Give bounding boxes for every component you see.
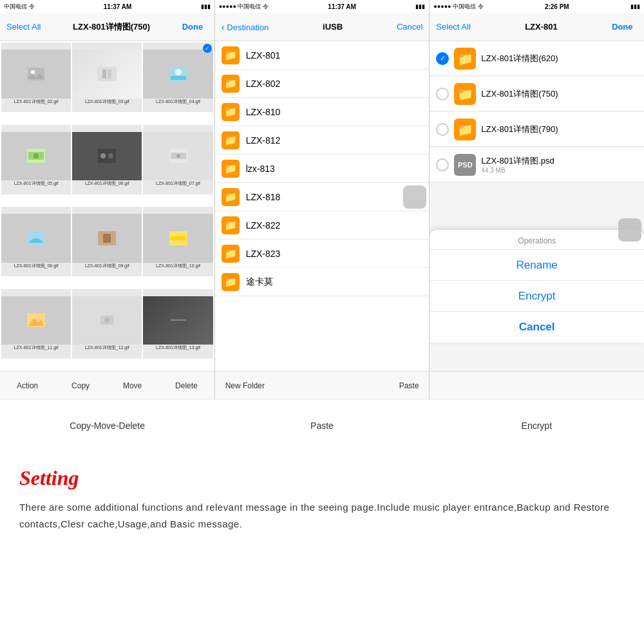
folder-item-7[interactable]: 📁 LZX-823 xyxy=(215,240,430,268)
folder-name-4: lzx-813 xyxy=(246,164,275,174)
folder-icon-1: 📁 xyxy=(222,75,240,93)
select-all-btn-1[interactable]: Select All xyxy=(6,22,41,32)
file-folder-icon-3: PSD xyxy=(454,154,476,176)
screenshots-row: 中国电信 令 11:37 AM ▮▮▮ Select All LZX-801详情… xyxy=(0,0,644,399)
back-btn-2[interactable]: ‹ Destination xyxy=(222,21,269,32)
file-item-0[interactable]: 📁 LZX-801详情图(620) xyxy=(430,41,644,76)
folder-item-3[interactable]: 📁 LZX-812 xyxy=(215,126,430,155)
time-1: 11:37 AM xyxy=(104,3,132,10)
copy-btn[interactable]: Copy xyxy=(71,381,90,390)
svg-point-7 xyxy=(175,69,182,75)
file-radio-1[interactable] xyxy=(436,88,449,100)
battery-1: ▮▮▮ xyxy=(201,3,211,10)
photo-cell-9[interactable]: LZX-801详情图_11.gif xyxy=(1,289,71,359)
svg-point-13 xyxy=(108,153,113,158)
filename-0: LZX-801详情图_02.gif xyxy=(13,99,60,105)
photo-cell-3[interactable]: LZX-801详情图_05.gif xyxy=(1,125,71,194)
thumb-7 xyxy=(72,214,142,263)
modal-title: Operations xyxy=(430,230,644,250)
move-btn[interactable]: Move xyxy=(123,381,142,390)
nav-title-3: LZX-801 xyxy=(471,22,612,32)
battery-2: ▮▮▮ xyxy=(415,3,425,10)
folder-item-1[interactable]: 📁 LZX-802 xyxy=(215,70,430,98)
filename-1: LZX-801详情图_03.gif xyxy=(84,99,131,105)
photo-cell-5[interactable]: LZX-801详情图_07.gif xyxy=(143,125,213,194)
svg-rect-27 xyxy=(171,319,186,321)
folder-item-5[interactable]: 📁 LZX-818 xyxy=(215,183,430,211)
photo-cell-8[interactable]: LZX-801详情图_10.gif xyxy=(143,207,213,276)
status-bar-3: ●●●●● 中国电信 令 2:26 PM ▮▮▮ xyxy=(430,0,644,13)
folder-icon-8: 📁 xyxy=(222,273,240,291)
folder-icon-5: 📁 xyxy=(222,188,240,206)
delete-btn[interactable]: Delete xyxy=(175,381,198,390)
bottom-spacer-3 xyxy=(430,371,644,399)
file-item-3[interactable]: PSD LZX-801详情图.psd 44.3 MB xyxy=(430,147,644,182)
setting-body: There are some additional functions and … xyxy=(19,499,625,532)
battery-3: ▮▮▮ xyxy=(630,3,640,10)
file-radio-2[interactable] xyxy=(436,123,449,136)
caption-1: Copy-Move-Delete xyxy=(0,414,214,437)
folder-item-0[interactable]: 📁 LZX-801 xyxy=(215,41,430,70)
filename-8: LZX-801详情图_10.gif xyxy=(155,263,202,269)
svg-point-1 xyxy=(31,70,35,74)
folder-item-6[interactable]: 📁 LZX-822 xyxy=(215,211,430,240)
scroll-indicator xyxy=(403,185,426,209)
folder-icon-0: 📁 xyxy=(222,46,240,64)
folder-icon-6: 📁 xyxy=(222,216,240,234)
photo-cell-11[interactable]: LZX-801详情图_13.gif xyxy=(143,289,213,359)
file-list: 📁 LZX-801详情图(620) 📁 LZX-801详情图(750) 📁 LZ… xyxy=(430,41,644,371)
action-btn[interactable]: Action xyxy=(17,381,38,390)
thumb-3 xyxy=(1,132,71,181)
thumb-5 xyxy=(143,132,213,181)
nav-bar-2: ‹ Destination iUSB Cancel xyxy=(215,13,430,41)
photo-cell-1[interactable]: LZX-801详情图_03.gif xyxy=(72,43,142,112)
file-item-1[interactable]: 📁 LZX-801详情图(750) xyxy=(430,77,644,111)
done-btn-1[interactable]: Done xyxy=(182,22,208,32)
svg-rect-21 xyxy=(171,236,186,240)
nav-title-2: iUSB xyxy=(269,22,397,32)
filename-9: LZX-801详情图_11.gif xyxy=(13,345,60,351)
file-name-2: LZX-801详情图(790) xyxy=(481,124,638,135)
photo-cell-2[interactable]: LZX-801详情图_04.gif xyxy=(143,43,213,112)
carrier-1: 中国电信 令 xyxy=(4,3,35,11)
thumb-1 xyxy=(72,50,142,99)
folder-item-2[interactable]: 📁 LZX-810 xyxy=(215,98,430,126)
done-btn-3[interactable]: Done xyxy=(612,22,638,32)
photo-cell-7[interactable]: LZX-801详情图_09.gif xyxy=(72,207,142,276)
file-radio-3[interactable] xyxy=(436,158,449,171)
svg-point-12 xyxy=(100,153,106,158)
photo-cell-10[interactable]: LZX-801详情图_12.gif xyxy=(72,289,142,359)
photo-cell-6[interactable]: LZX-801详情图_08.gif xyxy=(1,207,71,276)
setting-title: Setting xyxy=(19,466,625,490)
file-item-2[interactable]: 📁 LZX-801详情图(790) xyxy=(430,112,644,147)
svg-rect-6 xyxy=(171,76,186,80)
time-3: 2:26 PM xyxy=(545,3,569,10)
photo-cell-4[interactable]: LZX-801详情图_06.gif xyxy=(72,125,142,194)
svg-rect-3 xyxy=(102,70,106,79)
rename-action[interactable]: Rename xyxy=(430,250,644,281)
screen3: ●●●●● 中国电信 令 2:26 PM ▮▮▮ Select All LZX-… xyxy=(430,0,644,399)
file-info-1: LZX-801详情图(750) xyxy=(481,88,638,100)
encrypt-action[interactable]: Encrypt xyxy=(430,281,644,312)
cancel-btn-2[interactable]: Cancel xyxy=(397,22,422,32)
file-info-0: LZX-801详情图(620) xyxy=(481,53,638,64)
select-all-btn-3[interactable]: Select All xyxy=(436,22,470,32)
file-radio-0[interactable] xyxy=(436,52,449,65)
filename-11: LZX-801详情图_13.gif xyxy=(155,345,202,351)
folder-icon-2: 📁 xyxy=(222,103,240,121)
folder-item-8[interactable]: 📁 途卡莫 xyxy=(215,268,430,296)
folder-item-4[interactable]: 📁 lzx-813 xyxy=(215,155,430,183)
folder-name-7: LZX-823 xyxy=(246,249,281,259)
cancel-action[interactable]: Cancel xyxy=(430,312,644,343)
modal-scroll-btn xyxy=(618,218,641,242)
screen2: ●●●●● 中国电信 令 11:37 AM ▮▮▮ ‹ Destination … xyxy=(215,0,430,399)
file-size-3: 44.3 MB xyxy=(481,167,638,174)
screen1: 中国电信 令 11:37 AM ▮▮▮ Select All LZX-801详情… xyxy=(0,0,215,399)
paste-btn[interactable]: Paste xyxy=(399,381,419,390)
folder-name-8: 途卡莫 xyxy=(246,276,273,288)
file-info-3: LZX-801详情图.psd 44.3 MB xyxy=(481,155,638,174)
new-folder-btn[interactable]: New Folder xyxy=(225,381,265,390)
photo-cell-0[interactable]: LZX-801详情图_02.gif xyxy=(1,43,71,112)
caption-2: Paste xyxy=(214,414,429,437)
filename-3: LZX-801详情图_05.gif xyxy=(13,180,60,187)
